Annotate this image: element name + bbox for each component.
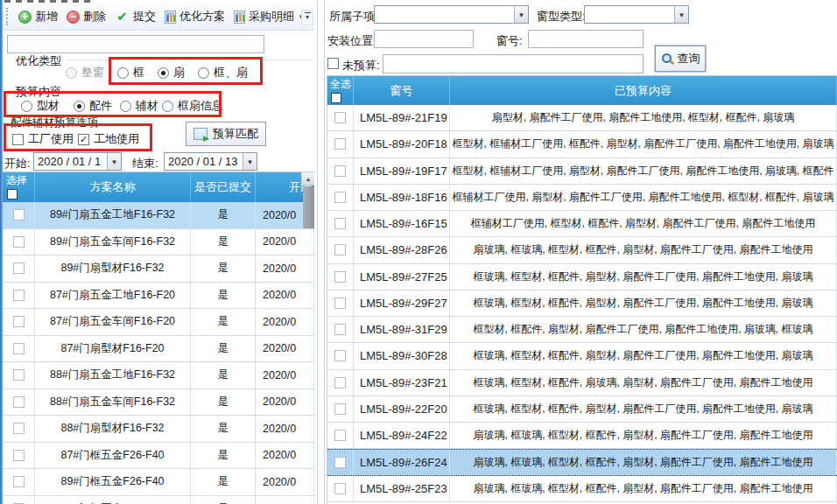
row-checkbox[interactable] bbox=[334, 324, 346, 335]
not-budgeted-input[interactable] bbox=[383, 54, 644, 74]
radio-frame-sash[interactable]: 框、扇 bbox=[198, 65, 248, 80]
sub-item-combobox[interactable]: ▾ bbox=[374, 5, 529, 24]
select-all-checkbox[interactable] bbox=[331, 93, 341, 103]
chevron-down-icon[interactable]: ▾ bbox=[107, 153, 121, 170]
start-date-picker[interactable]: 2020 / 01 / 1 ▾ bbox=[33, 152, 122, 171]
row-checkbox[interactable] bbox=[334, 350, 346, 361]
radio-accessory[interactable]: 配件 bbox=[74, 98, 112, 114]
row-checkbox[interactable] bbox=[334, 165, 346, 177]
window-no-input[interactable] bbox=[528, 30, 644, 48]
submitted-column-header[interactable]: 是否已提交 bbox=[191, 172, 256, 202]
plan-name-column-header[interactable]: 方案名称 bbox=[35, 172, 191, 202]
table-row[interactable]: LM5L-89#-22F20 框玻璃, 框型材, 框配件, 扇型材, 扇配件工厂… bbox=[327, 396, 837, 423]
row-checkbox[interactable] bbox=[334, 377, 346, 388]
row-checkbox[interactable] bbox=[13, 316, 25, 327]
chevron-down-icon[interactable]: ▾ bbox=[674, 6, 688, 23]
row-checkbox[interactable] bbox=[13, 262, 25, 274]
radio-profile[interactable]: 型材 bbox=[21, 98, 60, 114]
table-row[interactable]: 89#门扇五金车间F16-F32 是 2020/0 bbox=[3, 229, 314, 256]
table-row[interactable]: 87#门扇五金工地F16-F20 是 2020/0 bbox=[3, 283, 314, 310]
table-row[interactable]: 89#门扇型材F16-F32 是 2020/0 bbox=[3, 256, 314, 283]
table-row[interactable]: LM5L-89#-16F15 框辅材工厂使用, 框型材, 框配件, 扇型材, 扇… bbox=[327, 211, 837, 237]
row-checkbox[interactable] bbox=[13, 343, 25, 354]
row-checkbox[interactable] bbox=[334, 457, 346, 468]
table-row[interactable]: LM5L-89#-25F23 扇玻璃, 框玻璃, 框型材, 框配件, 扇型材, … bbox=[327, 476, 837, 502]
row-checkbox[interactable] bbox=[13, 396, 25, 408]
radio-auxiliary[interactable]: 辅材 bbox=[120, 98, 158, 114]
row-checkbox[interactable] bbox=[13, 236, 25, 248]
radio-whole-window[interactable]: 整窗 bbox=[66, 65, 104, 80]
table-row[interactable]: 89#门框五金F26-F40 是 2020/0 bbox=[3, 469, 314, 496]
row-checkbox[interactable] bbox=[13, 450, 25, 461]
panel-splitter[interactable] bbox=[317, 0, 318, 504]
window-no-column-header[interactable]: 窗号 bbox=[354, 76, 450, 105]
row-checkbox[interactable] bbox=[13, 209, 25, 220]
scrollbar-thumb[interactable] bbox=[303, 186, 314, 228]
table-row[interactable]: LM5L-89#-29F27 框玻璃, 框型材, 框配件, 扇型材, 扇配件工厂… bbox=[327, 290, 837, 317]
budget-match-button[interactable]: 预算匹配 bbox=[186, 122, 266, 146]
table-row-selected[interactable]: LM5L-89#-26F24 扇玻璃, 框玻璃, 框型材, 框配件, 扇型材, … bbox=[327, 449, 837, 475]
row-checkbox[interactable] bbox=[334, 271, 346, 283]
row-checkbox[interactable] bbox=[334, 112, 346, 123]
row-checkbox[interactable] bbox=[13, 290, 25, 301]
row-checkbox[interactable] bbox=[334, 483, 346, 494]
table-row[interactable]: 87#门扇五金车间F16-F20 是 2020/0 bbox=[3, 309, 314, 336]
table-row[interactable]: LM5L-89#-24F22 扇玻璃, 框玻璃, 框型材, 框配件, 扇型材, … bbox=[327, 423, 837, 449]
row-checkbox[interactable] bbox=[334, 403, 346, 415]
budgeted-content-column-header[interactable]: 已预算内容 bbox=[450, 76, 837, 105]
table-row[interactable]: 88#门框五金F21-F40 是 2020/0 bbox=[3, 496, 314, 504]
delete-button[interactable]: 删除 bbox=[62, 6, 110, 27]
query-button[interactable]: 查询 bbox=[655, 46, 706, 72]
radio-sash[interactable]: 扇 bbox=[158, 65, 185, 80]
row-checkbox[interactable] bbox=[334, 138, 346, 150]
panel-splitter[interactable] bbox=[324, 0, 325, 504]
table-row[interactable]: 87#门扇型材F16-F20 是 2020/0 bbox=[3, 336, 314, 363]
row-checkbox[interactable] bbox=[334, 192, 346, 203]
chevron-down-icon[interactable]: ▾ bbox=[514, 6, 528, 23]
install-location-input[interactable] bbox=[374, 30, 474, 48]
table-row[interactable]: LM5L-89#-30F28 框玻璃, 框型材, 框配件, 扇型材, 扇配件工厂… bbox=[327, 343, 837, 369]
row-checkbox-cell bbox=[327, 450, 354, 474]
table-row[interactable]: 88#门扇五金工地F16-F32 是 2020/0 bbox=[3, 362, 314, 389]
select-all-checkbox[interactable] bbox=[7, 189, 18, 200]
table-row[interactable]: 87#门框五金F26-F40 是 2020/0 bbox=[3, 443, 314, 470]
table-row[interactable]: LM5L-89#-21F19 扇型材, 扇配件工厂使用, 扇配件工地使用, 框型… bbox=[327, 105, 837, 131]
checkbox-factory-use[interactable]: 工厂使用 bbox=[12, 131, 74, 147]
row-checkbox[interactable] bbox=[334, 430, 346, 441]
toolbar-overflow-button[interactable]: ▾ bbox=[301, 10, 313, 25]
table-row[interactable]: LM5L-89#-20F18 框型材, 框辅材工厂使用, 框配件, 扇型材, 扇… bbox=[327, 131, 837, 158]
select-column-header[interactable]: 选择 bbox=[3, 172, 35, 202]
table-row[interactable]: LM5L-89#-27F25 框玻璃, 框型材, 框配件, 扇型材, 扇配件工厂… bbox=[327, 264, 837, 290]
row-checkbox[interactable] bbox=[334, 298, 346, 309]
radio-frame[interactable]: 框 bbox=[117, 65, 144, 80]
checkbox-site-use[interactable]: 工地使用 bbox=[78, 131, 139, 147]
toolbar-grip[interactable] bbox=[6, 8, 9, 25]
table-row[interactable]: LM5L-89#-28F26 扇玻璃, 框玻璃, 框型材, 框配件, 扇型材, … bbox=[327, 237, 837, 263]
row-checkbox[interactable] bbox=[13, 476, 25, 487]
table-row[interactable]: LM5L-89#-18F16 框辅材工厂使用, 扇型材, 扇配件工厂使用, 扇配… bbox=[327, 185, 837, 211]
select-all-column-header[interactable]: 全选 bbox=[327, 76, 354, 105]
row-checkbox[interactable] bbox=[13, 369, 25, 381]
table-row[interactable]: 88#门扇五金车间F16-F32 是 2020/0 bbox=[3, 389, 314, 416]
end-date-picker[interactable]: 2020 / 01 / 13 ▾ bbox=[164, 152, 257, 171]
purchase-detail-button[interactable]: 采购明细 ▾ bbox=[229, 6, 308, 27]
table-row[interactable]: LM5L-89#-23F21 框玻璃, 框型材, 框配件, 扇玻璃, 扇型材, … bbox=[327, 370, 837, 396]
plan-filter-input[interactable] bbox=[7, 35, 264, 53]
scroll-up-arrow-icon[interactable]: ▲ bbox=[302, 172, 314, 186]
radio-frame-sash-info[interactable]: 框扇信息 bbox=[162, 98, 223, 114]
not-budgeted-checkbox[interactable] bbox=[327, 58, 339, 69]
table-row[interactable]: LM5L-89#-19F17 框型材, 框辅材工厂使用, 扇型材, 扇配件工厂使… bbox=[327, 158, 837, 185]
table-row[interactable]: 88#门扇型材F16-F32 是 2020/0 bbox=[3, 416, 314, 443]
row-checkbox[interactable] bbox=[13, 423, 25, 434]
submit-button[interactable]: 提交 bbox=[110, 6, 160, 27]
row-checkbox[interactable] bbox=[334, 218, 346, 229]
chevron-down-icon[interactable]: ▾ bbox=[243, 153, 257, 170]
start-date-cell: 2020/0 bbox=[256, 469, 314, 495]
vertical-scrollbar[interactable]: ▲ bbox=[301, 172, 314, 186]
table-row[interactable]: 89#门扇五金工地F16-F32 是 2020/0 bbox=[3, 202, 314, 229]
row-checkbox[interactable] bbox=[334, 244, 346, 256]
table-row[interactable]: LM5L-89#-31F29 框型材, 框配件, 扇型材, 扇配件工厂使用, 扇… bbox=[327, 317, 837, 343]
window-type-combobox[interactable]: ▾ bbox=[584, 5, 689, 24]
optimize-plan-button[interactable]: 优化方案 bbox=[160, 6, 229, 27]
add-button[interactable]: 新增 bbox=[14, 6, 62, 27]
